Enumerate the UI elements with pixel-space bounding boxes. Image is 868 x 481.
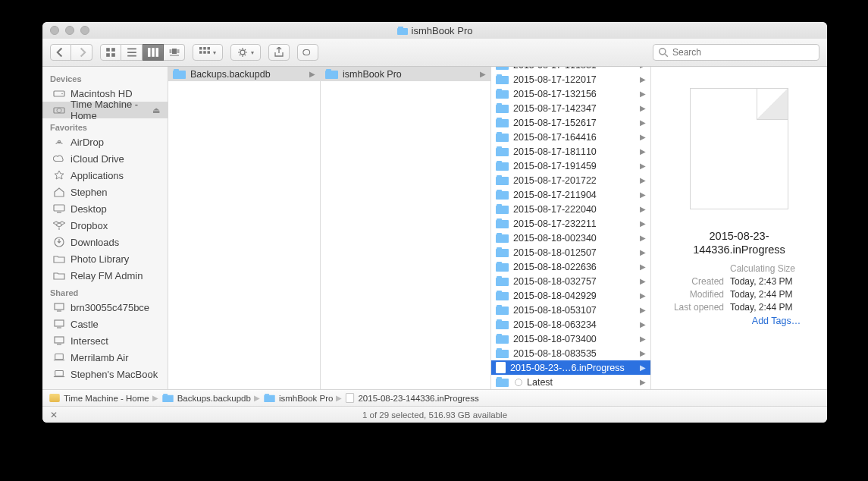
folder-icon	[496, 146, 509, 156]
arrange-group: ▾	[193, 44, 223, 61]
close-button[interactable]	[50, 26, 59, 35]
column-1[interactable]: Backups.backupdb▶	[168, 67, 321, 389]
sidebar-item[interactable]: Dropbox	[42, 217, 168, 234]
coverflow-view-button[interactable]	[164, 44, 185, 61]
list-item[interactable]: 2015-08-17-211904▶	[491, 187, 650, 202]
forward-button[interactable]	[71, 44, 92, 61]
svg-rect-17	[303, 50, 310, 55]
path-segment[interactable]: Backups.backupdb	[161, 393, 251, 403]
sidebar-item[interactable]: Applications	[42, 167, 168, 184]
search-field[interactable]	[653, 44, 819, 61]
column-3[interactable]: 2015-08-17-111831▶2015-08-17-122017▶2015…	[491, 67, 651, 389]
svg-rect-8	[169, 49, 171, 53]
list-item[interactable]: 2015-08-17-142347▶	[491, 101, 650, 115]
mac-icon	[53, 369, 65, 379]
list-item[interactable]: 2015-08-18-002340▶	[491, 231, 650, 245]
item-label: 2015-08-17-201722	[513, 175, 597, 186]
column-2[interactable]: ismhBook Pro▶	[321, 67, 491, 389]
sidebar-item[interactable]: iCloud Drive	[42, 150, 168, 167]
chevron-right-icon: ▶	[640, 67, 646, 69]
list-item[interactable]: 2015-08-17-222040▶	[491, 202, 650, 216]
stop-button[interactable]: ✕	[50, 410, 58, 420]
list-item[interactable]: 2015-08-18-012507▶	[491, 245, 650, 259]
sidebar[interactable]: DevicesMacintosh HDTime Machine - Home⏏F…	[42, 67, 168, 389]
folder-icon	[496, 334, 509, 344]
list-item[interactable]: 2015-08-17-132156▶	[491, 86, 650, 101]
titlebar[interactable]: ismhBook Pro	[42, 22, 827, 39]
chevron-right-icon: ▶	[640, 320, 646, 329]
arrange-button[interactable]: ▾	[193, 44, 223, 61]
sidebar-item-label: Castle	[71, 319, 99, 330]
folder-icon	[496, 161, 509, 171]
sidebar-item[interactable]: Desktop	[42, 200, 168, 217]
list-view-button[interactable]	[121, 44, 143, 61]
sidebar-item-label: Downloads	[71, 237, 119, 248]
sidebar-item-label: Desktop	[71, 203, 107, 215]
item-label: 2015-08-17-111831	[513, 67, 597, 71]
back-button[interactable]	[50, 44, 71, 61]
mac-icon	[53, 352, 65, 363]
sidebar-item-label: AirDrop	[71, 137, 104, 148]
desktop-icon	[53, 203, 65, 214]
list-item[interactable]: 2015-08-18-053107▶	[491, 303, 650, 317]
item-label: Backups.backupdb	[190, 69, 271, 80]
list-item[interactable]: Latest▶	[491, 375, 650, 389]
preview-filename: 2015-08-23-144336.inProgress	[662, 229, 816, 256]
search-input[interactable]	[672, 47, 814, 58]
sidebar-item[interactable]: Photo Library	[42, 250, 168, 267]
path-segment[interactable]: ismhBook Pro	[263, 393, 334, 403]
modified-value: Today, 2:44 PM	[730, 288, 793, 301]
list-item[interactable]: 2015-08-18-083535▶	[491, 346, 650, 360]
list-item[interactable]: Backups.backupdb▶	[168, 67, 320, 81]
list-item[interactable]: 2015-08-17-191459▶	[491, 159, 650, 173]
item-label: 2015-08-18-032757	[513, 276, 597, 287]
list-item[interactable]: 2015-08-17-201722▶	[491, 173, 650, 187]
item-label: 2015-08-17-211904	[513, 190, 597, 200]
list-item[interactable]: 2015-08-18-022636▶	[491, 259, 650, 274]
chevron-right-icon: ▶	[640, 263, 646, 271]
minimize-button[interactable]	[65, 26, 74, 35]
sidebar-item[interactable]: Stephen's MacBook	[42, 366, 168, 382]
sidebar-item[interactable]: Merrilamb Air	[42, 349, 168, 366]
sidebar-item[interactable]: Castle	[42, 316, 168, 332]
zoom-button[interactable]	[80, 26, 89, 35]
column-view-button[interactable]	[143, 44, 164, 61]
path-segment[interactable]: Time Machine - Home	[49, 393, 149, 403]
drive-icon	[49, 394, 60, 402]
sidebar-item[interactable]: Relay FM Admin	[42, 267, 168, 284]
action-group: ▾	[230, 44, 261, 61]
sidebar-item[interactable]: Downloads	[42, 234, 168, 250]
folder-icon	[496, 319, 509, 329]
list-item[interactable]: 2015-08-17-232211▶	[491, 216, 650, 231]
list-item[interactable]: ismhBook Pro▶	[321, 67, 490, 81]
folder-icon	[496, 218, 509, 228]
list-item[interactable]: 2015-08-17-111831▶	[491, 67, 650, 72]
path-label: 2015-08-23-144336.inProgress	[358, 394, 478, 403]
chevron-right-icon: ▶	[640, 248, 646, 256]
sidebar-item[interactable]: Time Machine - Home⏏	[42, 102, 168, 118]
path-segment[interactable]: 2015-08-23-144336.inProgress	[345, 392, 478, 404]
item-label: 2015-08-17-142347	[513, 103, 597, 114]
list-item[interactable]: 2015-08-18-063234▶	[491, 317, 650, 332]
svg-rect-25	[55, 303, 64, 310]
tags-button[interactable]	[297, 44, 318, 61]
item-label: 2015-08-18-012507	[513, 247, 597, 258]
list-item[interactable]: 2015-08-17-181110▶	[491, 144, 650, 159]
list-item[interactable]: 2015-08-17-164416▶	[491, 130, 650, 144]
sidebar-item[interactable]: brn30055c475bce	[42, 299, 168, 316]
eject-icon[interactable]: ⏏	[152, 105, 160, 115]
share-button[interactable]	[268, 44, 290, 61]
action-button[interactable]: ▾	[230, 44, 261, 61]
sidebar-item[interactable]: Intersect	[42, 332, 168, 349]
list-item[interactable]: 2015-08-18-073400▶	[491, 332, 650, 346]
list-item[interactable]: 2015-08-18-042929▶	[491, 288, 650, 303]
list-item[interactable]: 2015-08-17-122017▶	[491, 72, 650, 86]
view-mode-buttons	[100, 44, 185, 61]
sidebar-item[interactable]: AirDrop	[42, 134, 168, 150]
sidebar-item[interactable]: Stephen	[42, 184, 168, 200]
icon-view-button[interactable]	[100, 44, 121, 61]
list-item[interactable]: 2015-08-17-152617▶	[491, 115, 650, 130]
add-tags-link[interactable]: Add Tags…	[752, 316, 801, 326]
list-item[interactable]: 2015-08-18-032757▶	[491, 274, 650, 288]
list-item[interactable]: 2015-08-23-…6.inProgress▶	[491, 360, 650, 375]
